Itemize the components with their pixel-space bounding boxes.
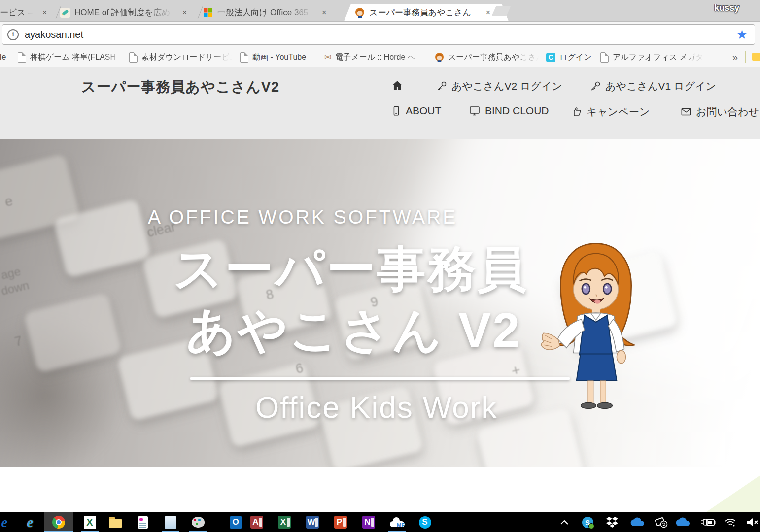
tab-office365[interactable]: 一般法人向け Office 365 ×	[203, 4, 341, 21]
nav-contact[interactable]: お問い合わせ	[680, 105, 759, 119]
document-icon	[138, 516, 148, 529]
nav-v1-login[interactable]: あやこさんV1 ログイン	[589, 79, 716, 93]
taskbar-mfcloud-button[interactable]: MF	[386, 512, 408, 532]
taskbar-word-button[interactable]: W	[304, 512, 321, 532]
nav-label: BIND CLOUD	[485, 105, 549, 117]
envelope-icon	[680, 106, 692, 117]
page-icon	[129, 52, 138, 63]
tab-title: ービス – B	[0, 7, 35, 18]
taskbar-paint-button[interactable]	[187, 512, 209, 532]
x-app-icon: X	[84, 516, 96, 529]
tab-close-icon[interactable]: ×	[320, 8, 328, 17]
tray-show-hidden-icons[interactable]	[556, 512, 573, 532]
bookmark-label: スーパー事務員あやこさん	[448, 52, 542, 63]
tab-home-hyouka[interactable]: HOME of 評価制度を広め ×	[60, 4, 199, 21]
nav-label: あやこさんV2 ログイン	[451, 79, 562, 93]
bookmark-label: 電子メール :: Horde へ	[335, 52, 426, 63]
bookmark-item[interactable]: 将棋ゲーム 将皇(FLASH	[18, 51, 129, 63]
bookmark-item[interactable]: C ログイン	[546, 51, 592, 63]
taskbar-access-button[interactable]: A	[248, 512, 266, 532]
tab-ayakosan-active[interactable]: スーパー事務員あやこさん ×	[344, 4, 509, 21]
cloud-icon	[629, 517, 644, 527]
phone-icon	[391, 105, 402, 117]
pencil-favicon-icon	[60, 8, 70, 18]
nav-label: ABOUT	[406, 105, 441, 117]
bookmark-star-icon[interactable]: ★	[736, 28, 748, 41]
excel-icon: X	[278, 516, 291, 529]
tab-close-icon[interactable]: ×	[484, 8, 492, 17]
taskbar-ie-button[interactable]: e	[22, 512, 38, 532]
hero-kicker: A OFFICE WORK SOFTWARE	[148, 206, 457, 228]
hero-subtitle: Office Kids Work	[255, 390, 497, 425]
tray-skype[interactable]: S	[578, 512, 597, 532]
page-info-icon[interactable]: i	[7, 29, 19, 40]
bookmark-item[interactable]: アルファオフィス メガタイプ	[600, 51, 706, 63]
address-bar[interactable]: i ayakosan.net ★	[2, 24, 755, 45]
taskbar-document-button[interactable]	[134, 512, 152, 532]
tray-onedrive[interactable]	[627, 512, 647, 532]
profile-name[interactable]: kussy	[714, 3, 739, 13]
nav-label: お問い合わせ	[696, 105, 759, 119]
bookmarks-overflow-chevron[interactable]: »	[732, 51, 738, 63]
bookmark-item[interactable]: le	[0, 51, 6, 63]
site-header: スーパー事務員あやこさんV2 あやこさんV2 ログイン あやこさんV1 ログイン…	[0, 67, 760, 139]
edge-icon: e	[1, 514, 8, 531]
nav-campaign[interactable]: キャンペーン	[571, 105, 650, 119]
bookmark-item[interactable]: 動画 - YouTube	[240, 51, 306, 63]
skype-icon: S	[419, 516, 431, 529]
taskbar-powerpoint-button[interactable]: P	[332, 512, 349, 532]
tray-sync-device[interactable]	[652, 512, 671, 532]
bookmarks-folder-icon[interactable]	[752, 53, 760, 61]
taskbar-explorer-button[interactable]	[106, 512, 124, 532]
bookmark-label: ログイン	[559, 52, 592, 63]
tab-close-icon[interactable]: ×	[40, 8, 49, 17]
powerpoint-icon: P	[334, 516, 347, 529]
tab-close-icon[interactable]: ×	[180, 8, 189, 17]
tray-wifi[interactable]	[721, 512, 740, 532]
tray-dropbox[interactable]	[602, 512, 622, 532]
nav-v2-login[interactable]: あやこさんV2 ログイン	[436, 79, 562, 93]
microsoft-logo-icon	[203, 8, 213, 18]
nav-home[interactable]	[391, 79, 404, 92]
mf-cloud-icon: MF	[390, 517, 405, 527]
taskbar-xapp-button[interactable]: X	[79, 512, 101, 532]
taskbar-edge-button[interactable]: e	[0, 512, 12, 532]
hero-banner: e age down clear 7 8 9 6 + A OFFICE WORK…	[0, 139, 760, 467]
key-icon	[589, 80, 601, 92]
monitor-icon	[468, 105, 481, 117]
bookmark-item[interactable]: 素材ダウンロードサービス	[129, 51, 235, 63]
taskbar-skype-button[interactable]: S	[415, 512, 435, 532]
tray-onedrive-2[interactable]	[672, 512, 692, 532]
paint-palette-icon	[192, 517, 205, 528]
taskbar-outlook-button[interactable]: O	[226, 512, 245, 532]
url-text[interactable]: ayakosan.net	[25, 29, 83, 40]
chrome-icon	[52, 516, 65, 529]
taskbar-onenote-button[interactable]: N	[360, 512, 378, 532]
bookmark-item[interactable]: スーパー事務員あやこさん	[435, 51, 542, 63]
wifi-icon	[724, 517, 737, 527]
hero-title-line2: あやこさん V2	[186, 298, 521, 364]
envelope-icon: ✉	[324, 52, 331, 63]
nav-bind-cloud[interactable]: BIND CLOUD	[468, 105, 549, 117]
tab-title: HOME of 評価制度を広め	[74, 7, 175, 18]
dropbox-icon	[606, 516, 619, 528]
bookmark-item[interactable]: ✉ 電子メール :: Horde へ	[324, 51, 426, 63]
nav-label: キャンペーン	[587, 105, 650, 119]
green-corner-decoration	[706, 475, 760, 512]
speaker-mute-icon	[746, 517, 760, 527]
taskbar-excel-button[interactable]: X	[276, 512, 293, 532]
page-icon	[18, 52, 26, 63]
powerpoint-letter: P	[337, 517, 342, 527]
taskbar-notepad-button[interactable]	[160, 512, 181, 532]
access-letter: A	[252, 517, 258, 527]
taskbar-chrome-button[interactable]	[44, 512, 73, 532]
cloud-icon	[675, 517, 690, 527]
tab-service[interactable]: ービス – B ×	[0, 4, 55, 21]
site-title[interactable]: スーパー事務員あやこさんV2	[81, 77, 279, 97]
bookmark-label: le	[0, 53, 6, 62]
tray-volume-muted[interactable]	[743, 512, 760, 532]
nav-about[interactable]: ABOUT	[391, 105, 441, 117]
tray-power[interactable]	[697, 512, 719, 532]
browser-tab-bar: ービス – B × HOME of 評価制度を広め × 一般法人向け Offic…	[0, 0, 760, 22]
ayako-favicon-icon	[435, 53, 444, 62]
